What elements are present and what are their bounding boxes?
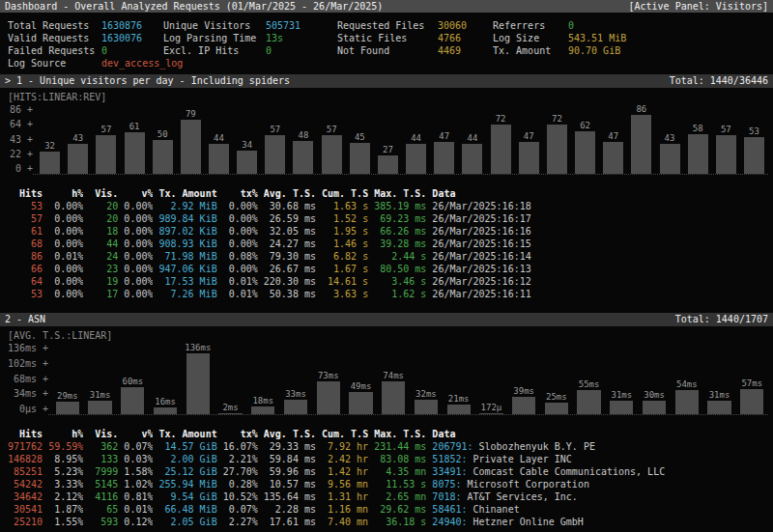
bar-value-label: 47 (608, 131, 618, 142)
y-axis-tick: 68ms + (8, 373, 48, 385)
column-header[interactable]: Vis. (89, 187, 118, 200)
table-cell: 2.27% (223, 516, 258, 528)
table-cell: 14.57 GiB (158, 440, 216, 453)
table-row[interactable]: 346422.12%41160.81%9.54 GiB10.52%135.64 … (0, 490, 773, 503)
column-header[interactable]: tx% (223, 428, 258, 440)
chart-bar: 61 (120, 122, 148, 174)
column-header[interactable]: Avg. T.S. (264, 428, 316, 440)
summary-value: 543.51 MiB (568, 32, 765, 44)
panel-2-header[interactable]: 2 - ASN Total: 1440/1707 (0, 313, 773, 326)
panel-1-header[interactable]: > 1 - Unique visitors per day - Includin… (0, 74, 773, 88)
table-row[interactable]: 530.00%170.00%7.26 MiB0.01%50.38 ms3.63 … (0, 288, 773, 300)
chart-bar: 58 (684, 124, 712, 174)
table-cell: 1.55% (48, 516, 83, 528)
bar (350, 143, 370, 174)
table-row[interactable]: 542423.33%51451.02%255.94 MiB0.28%10.57 … (0, 478, 773, 490)
chart-bar: 53 (740, 126, 768, 174)
column-header[interactable]: Tx. Amount (158, 187, 216, 200)
bar (125, 132, 145, 174)
bar-value-label: 32 (44, 141, 55, 152)
chart-bar: 60ms (116, 377, 149, 414)
table-cell: 53 (8, 200, 43, 212)
summary-value: dev_access_log (101, 57, 163, 70)
table-row[interactable]: 860.01%240.00%71.98 MiB0.08%79.30 ms6.82… (0, 250, 773, 263)
bar (378, 155, 398, 174)
table-row[interactable]: 610.00%180.00%897.02 KiB0.00%32.05 ms1.9… (0, 225, 773, 238)
summary-label: Total Requests (8, 19, 101, 32)
chart-bar: 57 (318, 125, 346, 174)
table-cell: 83.08 ms (374, 453, 426, 465)
table-cell: 2.92 MiB (158, 200, 216, 212)
titlebar: Dashboard - Overall Analyzed Requests (0… (0, 0, 773, 13)
table-cell: 0.01% (48, 250, 83, 263)
column-header[interactable]: Tx. Amount (158, 428, 216, 440)
column-header[interactable]: Data (432, 428, 765, 440)
table-row[interactable]: 660.00%230.00%947.06 KiB0.00%26.67 ms1.6… (0, 263, 773, 275)
asn-table-header: Hitsh%Vis.v%Tx. Amounttx%Avg. T.S.Cum. T… (0, 428, 773, 440)
column-header[interactable]: Hits (8, 187, 43, 200)
column-header[interactable]: Cum. T.S. (322, 187, 368, 200)
bar (121, 387, 144, 414)
chart-bar: 21ms (443, 394, 475, 414)
summary-value: 1630076 (101, 32, 163, 44)
table-cell: 23 (89, 263, 118, 275)
chart-bar: 39ms (507, 386, 540, 414)
table-cell: 69.23 ms (374, 212, 426, 225)
table-cell: 989.84 KiB (158, 212, 216, 225)
table-cell: 1.67 s (322, 263, 368, 275)
summary-label: Excl. IP Hits (163, 44, 266, 57)
bar (547, 125, 567, 174)
chart-bar: 47 (599, 131, 627, 174)
table-row[interactable]: 680.00%440.00%908.93 KiB0.00%24.27 ms1.4… (0, 238, 773, 250)
table-row[interactable]: 530.00%200.00%2.92 MiB0.00%30.68 ms1.63 … (0, 200, 773, 212)
table-cell: 14.61 s (322, 275, 368, 288)
bar (293, 141, 313, 174)
column-header[interactable]: v% (124, 187, 153, 200)
column-header[interactable]: Vis. (89, 428, 118, 440)
table-row[interactable]: 97176259.59%3620.07%14.57 GiB16.07%29.33… (0, 440, 773, 453)
bar-value-label: 54ms (676, 379, 698, 390)
chart-bar: 31ms (605, 390, 638, 414)
column-header[interactable]: h% (48, 428, 83, 440)
table-row[interactable]: 570.00%200.00%989.84 KiB0.00%26.59 ms1.5… (0, 212, 773, 225)
bar (744, 137, 764, 174)
bar (349, 392, 372, 414)
table-row[interactable]: 1468288.95%1330.03%2.00 GiB2.21%59.84 ms… (0, 453, 773, 465)
visitors-bar-chart: [HITS:LINEAR:REV] 86 +64 +43 +22 +0 + 32… (0, 88, 773, 175)
table-cell: 39.28 ms (374, 238, 426, 250)
table-cell: 0.00% (223, 238, 258, 250)
table-cell-data: 26/Mar/2025:16:18 (432, 200, 765, 212)
column-header[interactable]: v% (124, 428, 153, 440)
table-cell: 29.62 ms (374, 503, 426, 516)
bar (322, 135, 342, 174)
table-cell: 2.42 hr (322, 453, 368, 465)
summary-value: 90.70 GiB (568, 44, 765, 57)
visitors-table-header: Hitsh%Vis.v%Tx. Amounttx%Avg. T.S.Cum. T… (0, 187, 773, 200)
table-row[interactable]: 252101.55%5930.12%2.05 GiB2.27%17.61 ms7… (0, 516, 773, 528)
table-cell: 0.00% (223, 200, 258, 212)
summary-value: 0 (266, 44, 337, 57)
column-header[interactable]: Max. T.S. (374, 187, 426, 200)
bar (68, 144, 88, 174)
table-row[interactable]: 640.00%190.00%17.53 MiB0.01%220.30 ms14.… (0, 275, 773, 288)
chart-bar: 31ms (703, 390, 736, 414)
summary-label: Failed Requests (8, 44, 101, 57)
y-axis-tick: 0 + (8, 162, 33, 175)
column-header[interactable]: Hits (8, 428, 43, 440)
table-row[interactable]: 852515.23%79991.58%25.12 GiB27.70%59.96 … (0, 465, 773, 478)
column-header[interactable]: tx% (223, 187, 258, 200)
column-header[interactable]: Avg. T.S. (264, 187, 316, 200)
table-cell: 0.07% (223, 503, 258, 516)
table-cell: 3.63 s (322, 288, 368, 300)
column-header[interactable]: Data (432, 187, 765, 200)
column-header[interactable]: Max. T.S. (374, 428, 426, 440)
bar (462, 144, 482, 174)
table-cell: 897.02 KiB (158, 225, 216, 238)
table-row[interactable]: 305411.87%650.01%66.48 MiB0.07%2.28 ms1.… (0, 503, 773, 516)
column-header[interactable]: h% (48, 187, 83, 200)
bar-value-label: 27 (383, 145, 393, 155)
summary-label: Tx. Amount (493, 44, 568, 57)
bar (88, 401, 111, 414)
bar (631, 115, 651, 174)
column-header[interactable]: Cum. T.S. (322, 428, 368, 440)
